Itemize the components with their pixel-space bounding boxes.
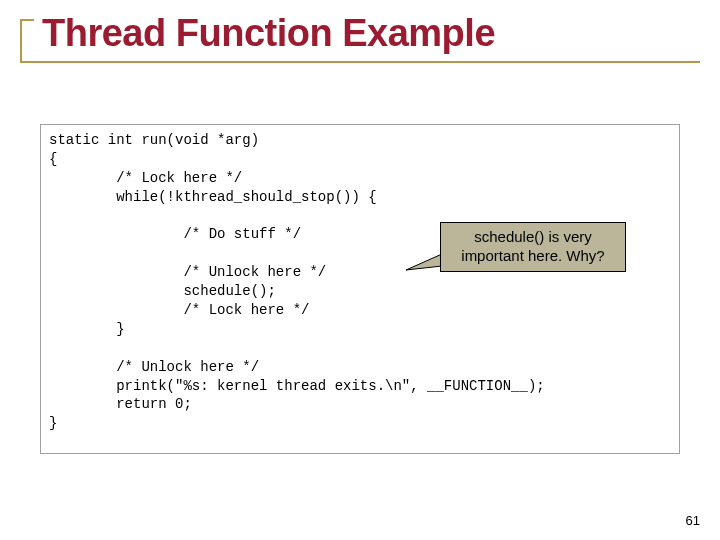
page-title: Thread Function Example (20, 12, 700, 63)
code-box: static int run(void *arg) { /* Lock here… (40, 124, 680, 454)
code-content: static int run(void *arg) { /* Lock here… (49, 131, 671, 433)
callout-box: schedule() is very important here. Why? (440, 222, 626, 272)
svg-marker-0 (406, 254, 442, 270)
title-accent (20, 19, 34, 61)
callout-text: schedule() is very important here. Why? (447, 228, 619, 266)
page-number: 61 (686, 513, 700, 528)
